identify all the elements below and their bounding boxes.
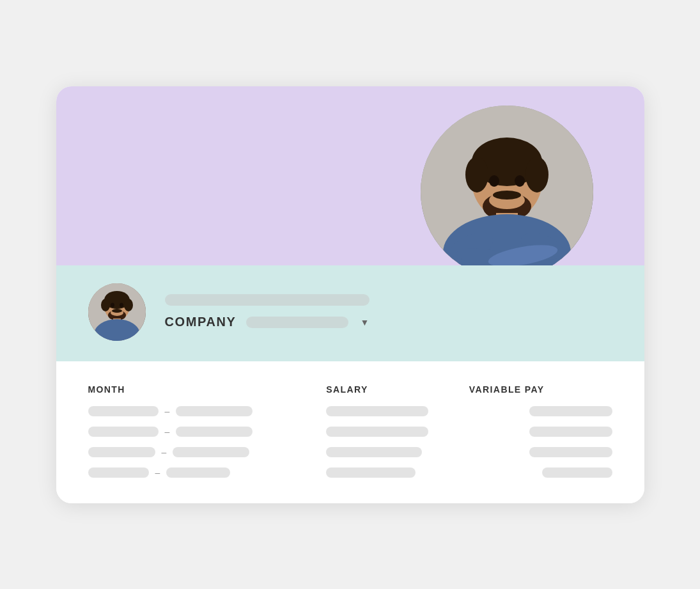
dash: – — [165, 406, 170, 416]
table-row: – — [88, 427, 612, 437]
month-cell: – — [88, 447, 327, 457]
variable-pay-skeleton — [529, 406, 612, 416]
svg-point-25 — [112, 309, 122, 313]
small-avatar-image — [88, 283, 146, 341]
profile-info: COMPANY ▼ — [165, 294, 612, 329]
table-header: MONTH SALARY VARIABLE PAY — [88, 384, 612, 395]
salary-skeleton — [326, 406, 428, 416]
dash: – — [155, 467, 160, 478]
company-value-skeleton — [246, 317, 348, 328]
svg-point-21 — [101, 299, 110, 311]
salary-skeleton — [326, 467, 416, 478]
large-avatar-svg — [421, 106, 593, 278]
variable-pay-skeleton — [529, 447, 612, 457]
card-header-section — [56, 86, 644, 265]
table-row: – — [88, 467, 612, 478]
large-avatar-image — [421, 106, 593, 278]
table-body: – – – — [88, 406, 612, 478]
svg-point-4 — [465, 157, 488, 192]
card-data-section: MONTH SALARY VARIABLE PAY – – — [56, 361, 644, 503]
small-avatar-svg — [88, 283, 146, 341]
salary-skeleton — [326, 447, 422, 457]
dash: – — [162, 447, 167, 457]
svg-point-10 — [515, 175, 525, 187]
month-start-skeleton — [88, 406, 159, 416]
table-row: – — [88, 447, 612, 457]
month-cell: – — [88, 467, 327, 478]
month-end-skeleton — [176, 406, 253, 416]
small-avatar — [88, 283, 146, 341]
salary-column-header: SALARY — [326, 384, 469, 395]
large-avatar — [421, 106, 593, 278]
svg-point-5 — [525, 157, 548, 192]
dash: – — [165, 427, 170, 437]
variable-pay-column-header: VARIABLE PAY — [469, 384, 612, 395]
profile-card: COMPANY ▼ MONTH SALARY VARIABLE PAY – — [56, 86, 644, 503]
month-end-skeleton — [166, 467, 230, 478]
month-start-skeleton — [88, 427, 159, 437]
month-start-skeleton — [88, 447, 155, 457]
svg-point-27 — [120, 302, 123, 307]
card-profile-section: COMPANY ▼ — [56, 265, 644, 361]
month-column-header: MONTH — [88, 384, 327, 395]
company-label: COMPANY — [165, 315, 237, 329]
variable-pay-skeleton — [529, 427, 612, 437]
month-start-skeleton — [88, 467, 149, 478]
month-cell: – — [88, 406, 327, 416]
variable-pay-skeleton — [542, 467, 612, 478]
table-row: – — [88, 406, 612, 416]
svg-point-22 — [124, 299, 133, 311]
svg-point-8 — [493, 191, 521, 200]
name-skeleton — [165, 294, 369, 306]
company-row: COMPANY ▼ — [165, 315, 612, 329]
salary-skeleton — [326, 427, 428, 437]
dropdown-arrow-icon[interactable]: ▼ — [360, 317, 369, 327]
month-end-skeleton — [176, 427, 253, 437]
month-end-skeleton — [173, 447, 249, 457]
svg-point-9 — [489, 175, 499, 187]
month-cell: – — [88, 427, 327, 437]
svg-point-26 — [111, 302, 114, 307]
